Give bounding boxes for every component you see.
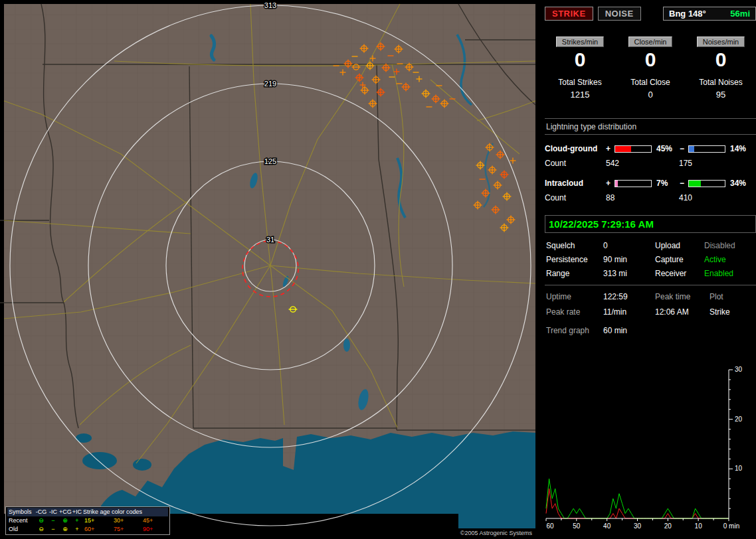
total-noises-label: Total Noises — [686, 78, 756, 87]
age-45: 45+ — [142, 516, 168, 525]
plot-value: Strike — [709, 307, 756, 317]
total-strikes-value: 1215 — [545, 90, 615, 100]
count-label: Count — [545, 193, 606, 202]
neg-ic-icon: − — [47, 525, 59, 534]
distribution-title: Lightning type distribution — [545, 119, 756, 135]
noises-per-min-button[interactable]: Noises/min — [697, 37, 745, 47]
map-canvas[interactable]: 31321912531 — [0, 0, 539, 539]
panel-top-row: STRIKE NOISE Bng 148° 56mi — [545, 7, 756, 21]
bearing-label: Bng 148° — [669, 9, 706, 19]
legend-col-neg-ic: -IC — [47, 508, 59, 516]
strike-indicator-button[interactable]: STRIKE — [545, 7, 593, 21]
x-axis-end-label: 0 min — [723, 522, 739, 530]
trend-series-close — [546, 489, 729, 518]
cloud-ground-count-row: Count 542 175 — [545, 159, 756, 168]
pos-ic-icon: + — [71, 516, 83, 525]
receiver-status: Enabled — [704, 269, 756, 278]
x-tick-label: 50 — [573, 522, 581, 530]
ic-minus-pct: 34% — [727, 179, 749, 188]
cg-minus-pct: 14% — [727, 144, 749, 153]
range-value: 313 mi — [603, 269, 655, 278]
ic-plus-pct: 7% — [653, 179, 680, 188]
bearing-distance: 56mi — [730, 9, 750, 19]
settings-grid: Squelch 0 Upload Disabled Persistence 90… — [545, 240, 756, 285]
uptime-label: Uptime — [546, 292, 603, 301]
bearing-display: Bng 148° 56mi — [663, 7, 756, 21]
trend-graph: 1020306050403020100 min — [545, 366, 756, 535]
capture-status: Active — [704, 255, 756, 264]
cg-plus-pct: 45% — [653, 144, 680, 153]
y-tick-label: 30 — [735, 366, 743, 373]
x-tick-label: 20 — [664, 522, 672, 530]
legend-old-label: Old — [7, 525, 35, 534]
lightning-detector-app: 31321912531 Symbols -CG -IC +CG +IC Stri… — [0, 0, 756, 539]
trend-label-row: Trend graph 60 min — [545, 319, 756, 335]
close-per-min-button[interactable]: Close/min — [628, 37, 673, 47]
x-tick-label: 60 — [546, 522, 554, 530]
x-tick-label: 40 — [603, 522, 611, 530]
datetime-display: 10/22/2025 7:29:16 AM — [545, 215, 756, 233]
upload-label: Upload — [655, 241, 704, 250]
strikes-per-min-button[interactable]: Strikes/min — [556, 37, 604, 47]
trend-graph-label: Trend graph — [546, 326, 603, 335]
ic-minus-count: 410 — [679, 193, 756, 202]
legend-age-title: Strike age color codes — [83, 508, 168, 516]
minus-sign: − — [680, 179, 688, 188]
persistence-value: 90 min — [603, 255, 655, 264]
close-per-min-value: 0 — [615, 48, 686, 71]
age-90: 90+ — [142, 525, 168, 534]
total-strikes-label: Total Strikes — [545, 78, 615, 87]
plus-sign: + — [606, 144, 614, 153]
peak-rate-label: Peak rate — [546, 307, 603, 317]
y-tick-label: 10 — [735, 465, 743, 472]
plus-sign: + — [606, 179, 614, 188]
pos-ic-icon: + — [71, 525, 83, 534]
age-75: 75+ — [112, 525, 142, 534]
ic-plus-bar — [614, 180, 652, 187]
trend-graph-canvas: 1020306050403020100 min — [545, 366, 756, 533]
cg-minus-bar — [688, 145, 725, 153]
peak-rate-value: 11/min — [603, 307, 655, 317]
y-tick-label: 20 — [735, 416, 743, 423]
legend-col-neg-cg: -CG — [35, 508, 47, 516]
cg-minus-count: 175 — [679, 159, 756, 168]
age-60: 60+ — [83, 525, 112, 534]
minus-sign: − — [680, 144, 688, 153]
trend-graph-window: 60 min — [603, 326, 756, 335]
count-label: Count — [545, 159, 606, 168]
copyright-text: ©2005 Astrogenic Systems — [455, 528, 537, 538]
pos-cg-icon: ⊕ — [59, 525, 71, 534]
total-close-value: 0 — [615, 90, 686, 100]
cg-plus-bar — [614, 145, 652, 153]
cloud-ground-row: Cloud-ground + 45% − 14% — [545, 144, 756, 153]
squelch-value: 0 — [603, 241, 655, 250]
range-ring-label: 125 — [264, 157, 276, 165]
cg-plus-count: 542 — [606, 159, 679, 168]
map-area[interactable]: 31321912531 Symbols -CG -IC +CG +IC Stri… — [0, 0, 539, 539]
x-tick-label: 10 — [695, 522, 703, 530]
uptime-value: 122:59 — [603, 292, 655, 301]
range-ring-label: 219 — [264, 80, 276, 88]
noise-indicator-button[interactable]: NOISE — [598, 7, 641, 21]
intracloud-row: Intracloud + 7% − 34% — [545, 179, 756, 188]
plot-label: Plot — [709, 292, 756, 301]
range-label: Range — [546, 269, 603, 278]
legend-recent-row: Recent ⊖ − ⊕ + 15+ 30+ 45+ — [7, 516, 168, 525]
rate-values-row: 0 0 0 — [545, 48, 756, 71]
upload-status: Disabled — [704, 241, 756, 250]
total-close-label: Total Close — [615, 78, 686, 87]
capture-label: Capture — [655, 255, 704, 264]
neg-cg-icon: ⊖ — [35, 525, 47, 534]
peak-time-label: Peak time — [655, 292, 709, 301]
legend-header-row: Symbols -CG -IC +CG +IC Strike age color… — [7, 508, 168, 516]
x-tick-label: 30 — [634, 522, 642, 530]
receiver-label: Receiver — [655, 269, 704, 278]
trend-series-strike — [546, 479, 729, 518]
intracloud-count-row: Count 88 410 — [545, 193, 756, 202]
persistence-label: Persistence — [546, 255, 603, 264]
noises-per-min-value: 0 — [686, 48, 756, 71]
legend-symbols-label: Symbols — [7, 508, 35, 516]
strikes-per-min-value: 0 — [545, 48, 615, 71]
cloud-ground-label: Cloud-ground — [545, 144, 606, 153]
range-ring-label: 313 — [264, 1, 276, 9]
